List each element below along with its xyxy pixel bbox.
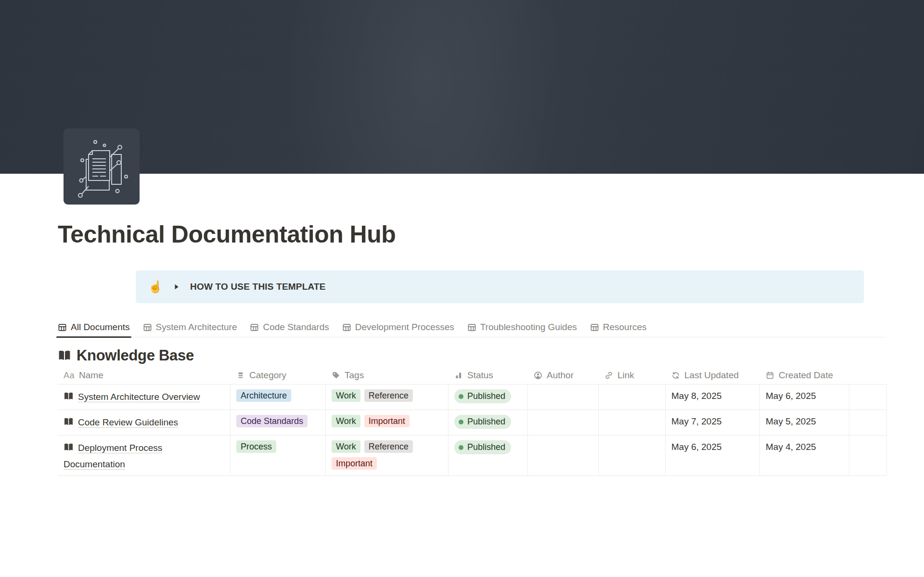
- page-title[interactable]: Technical Documentation Hub: [58, 220, 887, 248]
- page-link[interactable]: Deployment Process Documentation: [64, 443, 162, 470]
- tag-pill: Reference: [364, 389, 413, 402]
- author-cell[interactable]: [528, 385, 599, 410]
- tag-pill: Work: [332, 415, 360, 427]
- tab-system-architecture[interactable]: System Architecture: [143, 322, 237, 337]
- extra-cell[interactable]: [849, 385, 887, 410]
- text-property-icon: Aa: [64, 371, 75, 381]
- callout-title: HOW TO USE THIS TEMPLATE: [190, 282, 326, 292]
- person-icon: [534, 371, 542, 380]
- tag-pill: Reference: [364, 440, 413, 453]
- tab-all-documents[interactable]: All Documents: [58, 322, 130, 337]
- last-updated-cell[interactable]: May 7, 2025: [666, 410, 760, 435]
- link-icon: [604, 371, 613, 380]
- status-icon: [454, 371, 463, 380]
- column-header-category[interactable]: Category: [231, 367, 326, 384]
- table-row: Code Review Guidelines Code Standards Wo…: [58, 410, 887, 436]
- open-book-icon: [64, 416, 74, 431]
- category-cell[interactable]: Process: [231, 436, 326, 475]
- database-view-tabs: All Documents System Architecture Code S…: [58, 320, 887, 337]
- author-cell[interactable]: [528, 410, 599, 435]
- table-view-icon: [58, 323, 67, 332]
- table-row: System Architecture Overview Architectur…: [58, 385, 887, 410]
- page-link[interactable]: Code Review Guidelines: [78, 417, 178, 428]
- name-cell[interactable]: Deployment Process Documentation: [58, 436, 231, 475]
- created-date-cell[interactable]: May 4, 2025: [760, 436, 849, 475]
- open-book-icon: [64, 391, 74, 406]
- page-link[interactable]: System Architecture Overview: [78, 392, 200, 402]
- category-tag: Code Standards: [236, 415, 308, 427]
- table-view-icon: [143, 323, 152, 332]
- tag-pill: Important: [332, 457, 377, 470]
- open-book-icon: [64, 442, 74, 457]
- tab-troubleshooting-guides[interactable]: Troubleshooting Guides: [467, 322, 577, 337]
- status-dot-icon: [459, 445, 463, 450]
- status-badge: Published: [454, 389, 511, 403]
- column-header-last-updated[interactable]: Last Updated: [666, 367, 760, 384]
- last-updated-cell[interactable]: May 6, 2025: [666, 436, 760, 475]
- category-cell[interactable]: Code Standards: [231, 410, 326, 435]
- status-cell[interactable]: Published: [449, 385, 528, 410]
- category-tag: Architecture: [236, 389, 291, 402]
- last-updated-cell[interactable]: May 8, 2025: [666, 385, 760, 410]
- database-title-row: Knowledge Base: [58, 346, 887, 365]
- name-cell[interactable]: System Architecture Overview: [58, 385, 231, 410]
- column-header-author[interactable]: Author: [528, 367, 599, 384]
- documents-illustration-icon: [64, 128, 140, 205]
- link-cell[interactable]: [599, 410, 666, 435]
- status-cell[interactable]: Published: [449, 436, 528, 475]
- table-view-icon: [467, 323, 476, 332]
- category-cell[interactable]: Architecture: [231, 385, 326, 410]
- column-header-created-date[interactable]: Created Date: [760, 367, 849, 384]
- table-header-row: Aa Name Category Tags Status Author L: [58, 367, 887, 385]
- column-header-extra[interactable]: [849, 367, 887, 384]
- status-badge: Published: [454, 415, 511, 429]
- select-icon: [236, 371, 245, 380]
- created-date-cell[interactable]: May 6, 2025: [760, 385, 849, 410]
- tab-code-standards[interactable]: Code Standards: [250, 322, 329, 337]
- tag-pill: Work: [332, 440, 360, 453]
- database-title[interactable]: Knowledge Base: [77, 347, 194, 364]
- column-header-status[interactable]: Status: [449, 367, 528, 384]
- sync-icon: [671, 371, 680, 380]
- tab-resources[interactable]: Resources: [590, 322, 647, 337]
- author-cell[interactable]: [528, 436, 599, 475]
- open-book-icon: [58, 349, 71, 362]
- extra-cell[interactable]: [849, 436, 887, 475]
- toggle-triangle-icon[interactable]: [173, 283, 180, 290]
- status-cell[interactable]: Published: [449, 410, 528, 435]
- calendar-icon: [766, 371, 774, 380]
- page-body: Technical Documentation Hub ☝️ HOW TO US…: [58, 174, 887, 476]
- how-to-use-callout[interactable]: ☝️ HOW TO USE THIS TEMPLATE: [136, 270, 864, 303]
- tag-pill: Important: [364, 415, 410, 427]
- table-view-icon: [590, 323, 599, 332]
- pointing-up-emoji: ☝️: [148, 281, 163, 293]
- tag-icon: [332, 371, 340, 380]
- column-header-tags[interactable]: Tags: [326, 367, 449, 384]
- status-dot-icon: [459, 394, 463, 399]
- tags-cell[interactable]: Work Reference Important: [326, 436, 449, 475]
- name-cell[interactable]: Code Review Guidelines: [58, 410, 231, 435]
- created-date-cell[interactable]: May 5, 2025: [760, 410, 849, 435]
- column-header-name[interactable]: Aa Name: [58, 367, 231, 384]
- table-view-icon: [250, 323, 259, 332]
- tab-development-processes[interactable]: Development Processes: [342, 322, 454, 337]
- link-cell[interactable]: [599, 436, 666, 475]
- extra-cell[interactable]: [849, 410, 887, 435]
- tags-cell[interactable]: Work Important: [326, 410, 449, 435]
- tag-pill: Work: [332, 389, 360, 402]
- page-icon[interactable]: [64, 128, 140, 205]
- status-dot-icon: [459, 420, 463, 424]
- table-row: Deployment Process Documentation Process…: [58, 436, 887, 476]
- status-badge: Published: [454, 440, 511, 454]
- tags-cell[interactable]: Work Reference: [326, 385, 449, 410]
- knowledge-base-table: Aa Name Category Tags Status Author L: [58, 367, 887, 476]
- category-tag: Process: [236, 440, 276, 453]
- link-cell[interactable]: [599, 385, 666, 410]
- table-view-icon: [342, 323, 351, 332]
- column-header-link[interactable]: Last Updated Link: [599, 367, 666, 384]
